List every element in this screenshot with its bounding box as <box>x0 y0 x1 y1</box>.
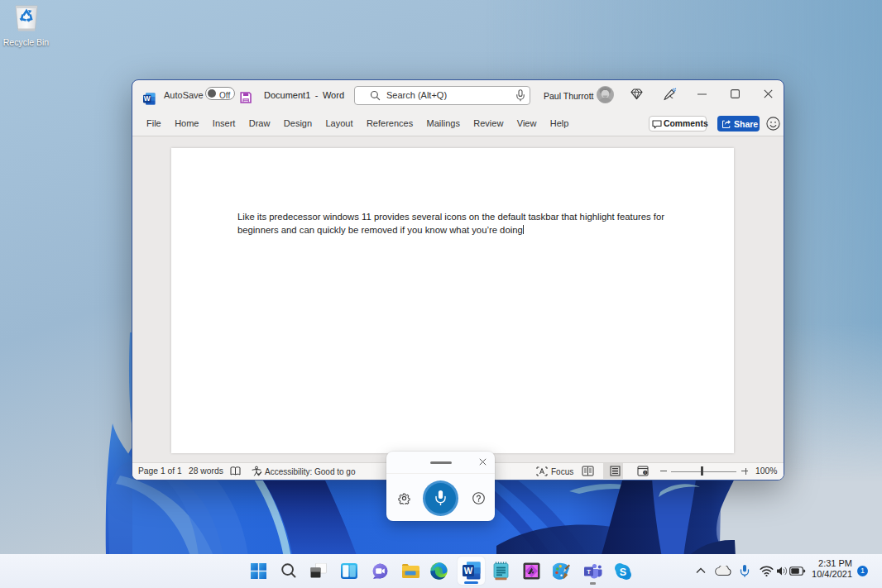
svg-text:W: W <box>144 94 151 103</box>
svg-text:T: T <box>587 568 591 576</box>
svg-text:i: i <box>645 471 645 475</box>
svg-text:W: W <box>464 566 473 576</box>
svg-text:S: S <box>620 566 626 578</box>
